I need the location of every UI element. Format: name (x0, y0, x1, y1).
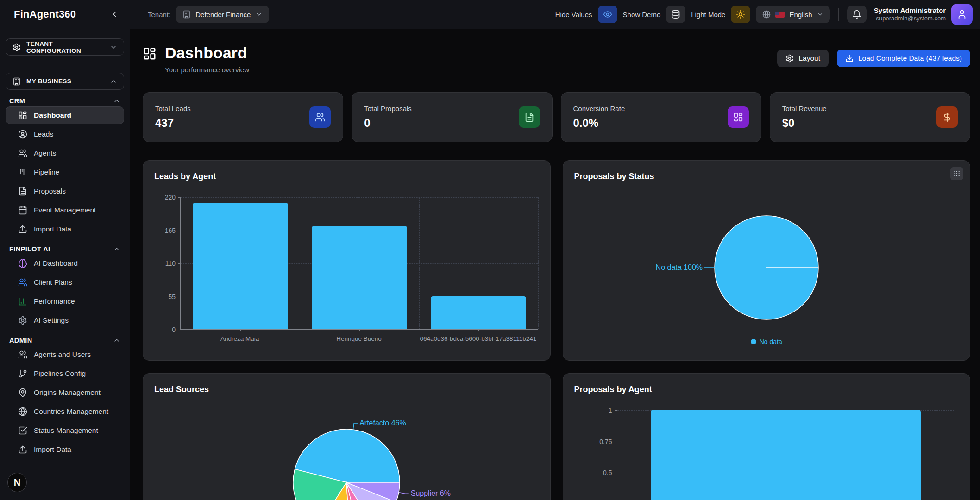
user-email: superadmin@system.com (874, 15, 946, 23)
brain-icon (18, 259, 27, 268)
sidebar-section-admin[interactable]: ADMIN (9, 337, 120, 344)
gear-icon (13, 43, 21, 51)
stat-value: 0 (364, 117, 412, 130)
sidebar-item-dashboard[interactable]: Dashboard (6, 106, 124, 124)
sidebar-item-label: Agents (34, 149, 56, 157)
show-demo-label: Show Demo (623, 11, 661, 19)
language-value: English (789, 11, 812, 19)
stats-row: Total Leads437Total Proposals0Conversion… (143, 92, 970, 142)
grip-icon (953, 170, 961, 177)
sidebar-item-leads[interactable]: Leads (6, 125, 124, 143)
dashboard-icon (143, 47, 157, 61)
pie-label: No data 100% (655, 263, 702, 271)
sidebar-section-crm[interactable]: CRM (9, 97, 120, 105)
sidebar-item-ai-dashboard[interactable]: AI Dashboard (6, 255, 124, 272)
dev-badge[interactable]: N (7, 473, 27, 492)
sidebar-item-pipelines-config[interactable]: Pipelines Config (6, 365, 124, 382)
card-drag-handle[interactable] (950, 167, 963, 180)
chevron-up-icon (113, 337, 120, 344)
bar-andreza-maia (193, 203, 288, 329)
chevron-left-icon (110, 10, 119, 19)
sidebar-item-pipeline[interactable]: Pipeline (6, 163, 124, 181)
sidebar-item-label: Countries Management (34, 407, 108, 416)
show-demo-toggle[interactable] (666, 6, 685, 23)
sidebar-item-client-plans[interactable]: Client Plans (6, 274, 124, 291)
chart-card-proposals-by-agent: Proposals by Agent 00.250.50.751 (563, 373, 971, 500)
layout-button[interactable]: Layout (777, 50, 829, 67)
hide-values-label: Hide Values (555, 11, 592, 19)
pie-legend: No data (574, 338, 959, 345)
my-business-button[interactable]: MY BUSINESS (6, 73, 124, 90)
sidebar-item-label: Origins Management (34, 388, 101, 397)
sidebar-item-label: Import Data (34, 445, 71, 454)
hide-values-toggle[interactable] (598, 6, 617, 23)
language-selector[interactable]: English (756, 6, 829, 23)
sidebar-collapse-button[interactable] (108, 8, 120, 20)
pie-label: Artefacto 46% (359, 419, 406, 427)
y-axis-tick: 220 (165, 194, 176, 201)
users-icon (18, 278, 27, 287)
sidebar-item-import-data[interactable]: Import Data (6, 220, 124, 238)
sidebar-item-label: Proposals (34, 187, 66, 195)
chevron-down-icon (255, 11, 263, 18)
user-meta: System Administrator superadmin@system.c… (874, 6, 946, 23)
notifications-button[interactable] (847, 6, 867, 23)
upload-icon (18, 225, 27, 234)
bar-0 (651, 410, 920, 500)
sidebar-item-origins-management[interactable]: Origins Management (6, 384, 124, 401)
globe-icon (18, 407, 27, 416)
stat-card-total-revenue: Total Revenue$0 (770, 92, 970, 142)
building-icon (182, 10, 191, 19)
pie-label: Supplier 6% (411, 490, 451, 498)
load-data-button[interactable]: Load Complete Data (437 leads) (837, 50, 970, 67)
x-axis-label: Henrique Bueno (336, 335, 382, 342)
chart-card-proposals-by-status: Proposals by Status No data 100% No data (563, 160, 971, 361)
users-icon (18, 350, 27, 359)
user-avatar[interactable] (951, 4, 973, 25)
section-label: FINPILOT AI (9, 245, 50, 253)
chart-title: Proposals by Agent (574, 385, 959, 394)
y-axis-tick: 55 (168, 293, 176, 300)
map-pin-icon (18, 388, 27, 397)
x-axis-label: Andreza Maia (220, 335, 259, 342)
database-icon (671, 10, 680, 19)
proposals-by-status-pie: No data 100% (574, 185, 959, 334)
sidebar-item-label: Performance (34, 297, 75, 306)
sidebar-item-proposals[interactable]: Proposals (6, 182, 124, 200)
sidebar-item-import-data[interactable]: Import Data (6, 441, 124, 458)
calendar-icon (18, 206, 27, 215)
stat-card-total-leads: Total Leads437 (143, 92, 343, 142)
chevron-down-icon (817, 11, 823, 18)
sidebar-item-status-management[interactable]: Status Management (6, 422, 124, 439)
chevron-up-icon (113, 97, 120, 105)
user-circle-icon (18, 130, 27, 139)
legend-item-no-data: No data (751, 338, 782, 345)
download-icon (845, 54, 854, 62)
sidebar-item-ai-settings[interactable]: AI Settings (6, 312, 124, 329)
sidebar-item-label: Pipeline (34, 168, 59, 176)
eye-icon (603, 10, 612, 19)
sidebar-item-label: AI Dashboard (34, 259, 78, 268)
y-axis-tick: 1 (609, 406, 612, 414)
legend-dot (751, 339, 756, 344)
sidebar-item-countries-management[interactable]: Countries Management (6, 403, 124, 420)
sidebar-sections: CRMDashboardLeadsAgentsPipelineProposals… (6, 97, 124, 458)
tenant-configuration-button[interactable]: TENANT CONFIGURATION (6, 38, 124, 56)
sidebar-section-finpilot-ai[interactable]: FINPILOT AI (9, 245, 120, 253)
sidebar-item-performance[interactable]: Performance (6, 293, 124, 310)
file-text-icon (18, 187, 27, 196)
light-mode-toggle[interactable] (731, 6, 750, 23)
sidebar-item-agents-and-users[interactable]: Agents and Users (6, 346, 124, 363)
tenant-selector[interactable]: Defender Finance (176, 6, 269, 23)
globe-icon (762, 10, 771, 19)
sidebar-item-event-management[interactable]: Event Management (6, 201, 124, 219)
tenant-label: Tenant: (148, 11, 170, 19)
sidebar-item-agents[interactable]: Agents (6, 144, 124, 162)
user-name: System Administrator (874, 6, 946, 15)
chevron-up-icon (110, 78, 117, 85)
check-square-icon (18, 426, 27, 435)
bar-064a0d36-bdca-5600-b3bf-17a38111b241 (431, 296, 526, 330)
bell-icon (852, 10, 861, 19)
tenant-value: Defender Finance (195, 11, 251, 19)
tenant-configuration-label: TENANT CONFIGURATION (26, 40, 104, 54)
